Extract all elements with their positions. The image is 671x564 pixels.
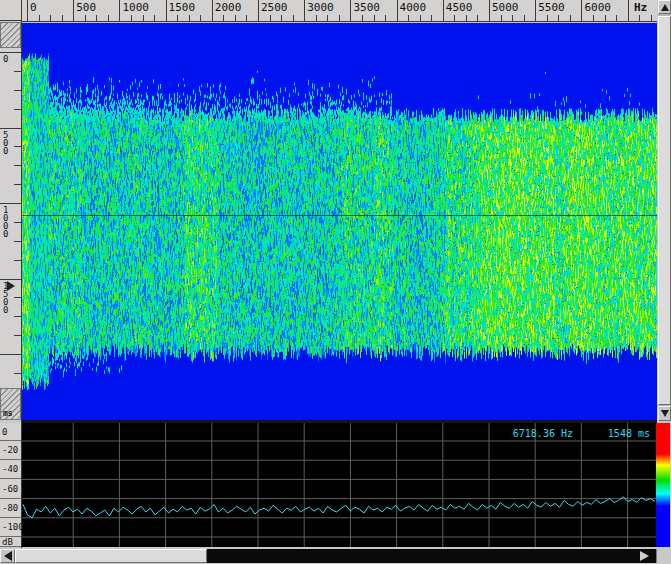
freq-minor-tick bbox=[408, 15, 409, 21]
freq-minor-tick bbox=[616, 15, 617, 21]
freq-minor-tick bbox=[246, 15, 247, 21]
freq-major-tick bbox=[258, 0, 259, 21]
freq-tick-label: 2500 bbox=[261, 1, 288, 14]
time-minor-tick bbox=[14, 260, 21, 261]
time-minor-tick bbox=[14, 146, 21, 147]
freq-minor-tick bbox=[558, 15, 559, 21]
time-major-tick bbox=[0, 52, 21, 53]
frequency-unit-label: Hz bbox=[634, 1, 647, 14]
time-minor-tick bbox=[14, 71, 21, 72]
scrollbar-corner bbox=[656, 549, 671, 563]
time-tick-label: 5 0 0 bbox=[3, 131, 8, 155]
freq-minor-tick bbox=[50, 15, 51, 21]
freq-major-tick bbox=[628, 0, 629, 21]
time-minor-tick bbox=[14, 222, 21, 223]
db-tick-label: dB bbox=[0, 537, 21, 547]
time-major-tick bbox=[0, 279, 21, 280]
freq-tick-label: 500 bbox=[76, 1, 96, 14]
arrow-down-icon bbox=[661, 410, 669, 417]
time-ruler: 05 0 01 0 0 01 5 0 0 bbox=[0, 48, 21, 388]
freq-minor-tick bbox=[339, 15, 340, 21]
freq-minor-tick bbox=[524, 15, 525, 21]
time-minor-tick bbox=[14, 373, 21, 374]
arrow-up-icon bbox=[661, 4, 669, 11]
time-minor-tick bbox=[14, 109, 21, 110]
freq-tick-label: 3500 bbox=[353, 1, 380, 14]
freq-major-tick bbox=[27, 0, 28, 21]
time-major-tick bbox=[0, 128, 21, 129]
horizontal-scrollbar-thumb[interactable] bbox=[15, 549, 207, 563]
freq-major-tick bbox=[581, 0, 582, 21]
horizontal-scrollbar[interactable] bbox=[0, 549, 671, 563]
time-ruler-top-corner bbox=[0, 22, 21, 48]
freq-major-tick bbox=[535, 0, 536, 21]
freq-minor-tick bbox=[512, 15, 513, 21]
freq-minor-tick bbox=[547, 15, 548, 21]
freq-tick-label: 3000 bbox=[307, 1, 334, 14]
time-major-tick bbox=[0, 354, 21, 355]
freq-major-tick bbox=[397, 0, 398, 21]
db-tick-label: -80 bbox=[0, 499, 21, 518]
freq-minor-tick bbox=[143, 15, 144, 21]
time-minor-tick bbox=[14, 184, 21, 185]
freq-major-tick bbox=[212, 0, 213, 21]
spectrogram-analyzer-window: Hz 0500100015002000250030003500400045005… bbox=[0, 0, 671, 564]
freq-minor-tick bbox=[235, 15, 236, 21]
freq-tick-label: 6000 bbox=[584, 1, 611, 14]
spectrum-plot bbox=[22, 423, 656, 547]
time-minor-tick bbox=[14, 165, 21, 166]
freq-tick-label: 1500 bbox=[169, 1, 196, 14]
freq-tick-label: 2000 bbox=[215, 1, 242, 14]
freq-minor-tick bbox=[189, 15, 190, 21]
freq-major-tick bbox=[443, 0, 444, 21]
freq-minor-tick bbox=[293, 15, 294, 21]
color-scale-bar bbox=[656, 423, 670, 547]
freq-tick-label: 4000 bbox=[400, 1, 427, 14]
db-tick-label: -100 bbox=[0, 518, 21, 537]
freq-major-tick bbox=[489, 0, 490, 21]
vertical-scrollbar-thumb[interactable] bbox=[658, 16, 671, 405]
freq-tick-label: 5000 bbox=[492, 1, 519, 14]
time-tick-label: 0 bbox=[3, 55, 8, 63]
freq-minor-tick bbox=[62, 15, 63, 21]
freq-minor-tick bbox=[420, 15, 421, 21]
ruler-corner-block bbox=[0, 0, 21, 21]
freq-minor-tick bbox=[570, 15, 571, 21]
freq-tick-label: 4500 bbox=[446, 1, 473, 14]
db-tick-label: -20 bbox=[0, 441, 21, 460]
time-unit-label: ms bbox=[3, 409, 13, 418]
freq-minor-tick bbox=[501, 15, 502, 21]
time-minor-tick bbox=[14, 90, 21, 91]
spectrogram-canvas[interactable] bbox=[22, 23, 657, 420]
scroll-down-button[interactable] bbox=[658, 406, 671, 421]
freq-minor-tick bbox=[39, 15, 40, 21]
freq-minor-tick bbox=[385, 15, 386, 21]
freq-minor-tick bbox=[200, 15, 201, 21]
freq-major-tick bbox=[119, 0, 120, 21]
vertical-scrollbar[interactable] bbox=[658, 0, 671, 421]
db-scale-column: 0-20-40-60-80-100dB bbox=[0, 423, 21, 547]
db-tick-label: -40 bbox=[0, 460, 21, 479]
freq-minor-tick bbox=[593, 15, 594, 21]
arrow-left-icon bbox=[4, 551, 12, 561]
freq-minor-tick bbox=[85, 15, 86, 21]
freq-minor-tick bbox=[131, 15, 132, 21]
scroll-left-button[interactable] bbox=[0, 549, 15, 563]
arrow-right-icon[interactable] bbox=[640, 551, 649, 561]
freq-minor-tick bbox=[108, 15, 109, 21]
freq-minor-tick bbox=[605, 15, 606, 21]
freq-tick-label: 5500 bbox=[538, 1, 565, 14]
freq-minor-tick bbox=[639, 15, 640, 21]
spectrum-panel[interactable]: 6718.36 Hz 1548 ms bbox=[22, 423, 656, 547]
freq-minor-tick bbox=[177, 15, 178, 21]
freq-minor-tick bbox=[281, 15, 282, 21]
frequency-ruler: Hz 0500100015002000250030003500400045005… bbox=[22, 0, 657, 22]
frequency-readout: 6718.36 Hz bbox=[513, 428, 573, 439]
time-minor-tick bbox=[14, 335, 21, 336]
freq-major-tick bbox=[350, 0, 351, 21]
freq-minor-tick bbox=[362, 15, 363, 21]
time-minor-tick bbox=[14, 297, 21, 298]
scroll-up-button[interactable] bbox=[658, 0, 671, 14]
freq-minor-tick bbox=[431, 15, 432, 21]
freq-minor-tick bbox=[223, 15, 224, 21]
